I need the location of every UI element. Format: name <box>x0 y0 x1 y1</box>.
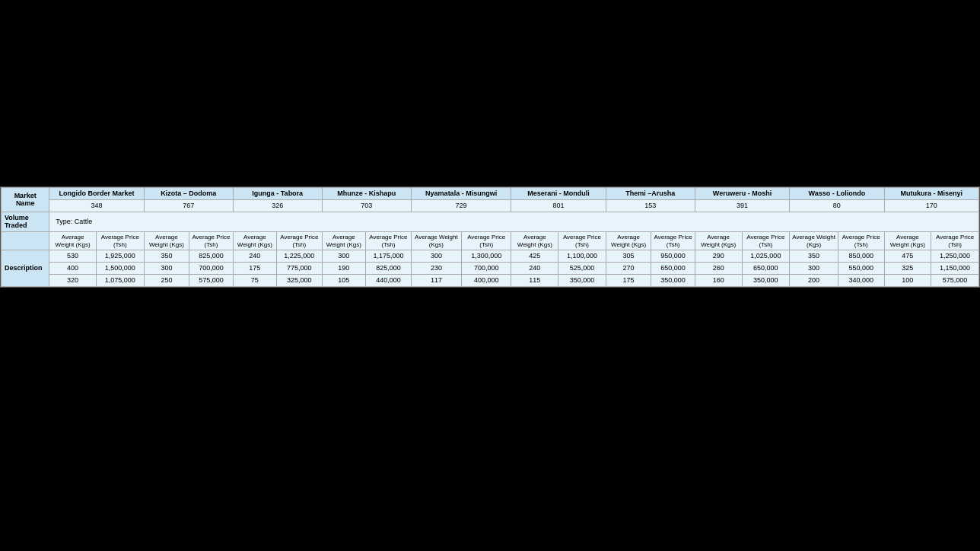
market-name-header: MarketName <box>2 188 49 212</box>
r1-mutukura-price: 1,250,000 <box>931 250 979 263</box>
r1-wasso-weight: 350 <box>790 250 838 263</box>
sub-avg-price-kizota: Average Price (Tsh) <box>189 232 233 250</box>
volume-wasso: 80 <box>790 199 884 212</box>
r2-igunga-price: 775,000 <box>276 263 322 275</box>
sub-avg-weight-kizota: Average Weight (Kgs) <box>144 232 189 250</box>
sub-avg-price-meserani: Average Price (Tsh) <box>558 232 606 250</box>
volume-longido: 348 <box>49 199 144 212</box>
r3-kizota-weight: 250 <box>144 274 189 286</box>
type-cattle-row: Volume Traded Type: Cattle <box>2 212 979 232</box>
r3-meserani-weight: 115 <box>511 274 558 286</box>
sub-avg-price-wasso: Average Price (Tsh) <box>838 232 884 250</box>
sub-avg-weight-igunga: Average Weight (Kgs) <box>233 232 276 250</box>
volume-row: 348 767 326 703 729 801 153 391 80 170 <box>2 199 979 212</box>
r2-nyamatala-price: 700,000 <box>462 263 511 275</box>
r3-themi-weight: 175 <box>606 274 651 286</box>
r3-igunga-weight: 75 <box>233 274 276 286</box>
r1-mhunze-weight: 300 <box>322 250 365 263</box>
sub-avg-price-mutukura: Average Price (Tsh) <box>931 232 979 250</box>
r2-themi-price: 650,000 <box>651 263 695 275</box>
volume-meserani: 801 <box>511 199 606 212</box>
r1-nyamatala-weight: 300 <box>411 250 461 263</box>
market-weruweru: Weruweru - Moshi <box>695 188 789 200</box>
r2-wasso-price: 550,000 <box>838 263 884 275</box>
r3-igunga-price: 325,000 <box>276 274 322 286</box>
r2-kizota-weight: 300 <box>144 263 189 275</box>
volume-weruweru: 391 <box>695 199 789 212</box>
r2-mhunze-price: 825,000 <box>365 263 411 275</box>
type-cattle-value: Type: Cattle <box>49 212 979 232</box>
sub-avg-weight-wasso: Average Weight (Kgs) <box>790 232 838 250</box>
sub-avg-price-longido: Average Price (Tsh) <box>96 232 144 250</box>
sub-avg-price-nyamatala: Average Price (Tsh) <box>462 232 511 250</box>
r2-mhunze-weight: 190 <box>322 263 365 275</box>
r2-themi-weight: 270 <box>606 263 651 275</box>
volume-nyamatala: 729 <box>411 199 511 212</box>
r2-longido-price: 1,500,000 <box>96 263 144 275</box>
r3-weruweru-price: 350,000 <box>742 274 790 286</box>
r3-mhunze-price: 440,000 <box>365 274 411 286</box>
r1-nyamatala-price: 1,300,000 <box>462 250 511 263</box>
r1-weruweru-weight: 290 <box>695 250 742 263</box>
r3-longido-price: 1,075,000 <box>96 274 144 286</box>
r2-meserani-price: 525,000 <box>558 263 606 275</box>
r3-longido-weight: 320 <box>49 274 97 286</box>
r1-mutukura-weight: 475 <box>884 250 931 263</box>
sub-avg-weight-meserani: Average Weight (Kgs) <box>511 232 558 250</box>
main-table-wrapper: MarketName Longido Border Market Kizota … <box>0 186 980 288</box>
sub-avg-weight-mutukura: Average Weight (Kgs) <box>884 232 931 250</box>
sub-avg-price-igunga: Average Price (Tsh) <box>276 232 322 250</box>
data-row-3: 320 1,075,000 250 575,000 75 325,000 105… <box>2 274 979 286</box>
r3-wasso-price: 340,000 <box>838 274 884 286</box>
subheader-row: Average Weight (Kgs) Average Price (Tsh)… <box>2 232 979 250</box>
r2-weruweru-price: 650,000 <box>742 263 790 275</box>
sub-avg-weight-mhunze: Average Weight (Kgs) <box>322 232 365 250</box>
market-header-row: MarketName Longido Border Market Kizota … <box>2 188 979 200</box>
market-wasso: Wasso - Loliondo <box>790 188 884 200</box>
r1-weruweru-price: 1,025,000 <box>742 250 790 263</box>
type-cattle-label: Volume Traded <box>2 212 49 232</box>
market-longido: Longido Border Market <box>49 188 144 200</box>
r2-mutukura-price: 1,150,000 <box>931 263 979 275</box>
r1-mhunze-price: 1,175,000 <box>365 250 411 263</box>
r3-nyamatala-price: 400,000 <box>462 274 511 286</box>
r1-longido-price: 1,925,000 <box>96 250 144 263</box>
volume-mhunze: 703 <box>322 199 411 212</box>
r2-nyamatala-weight: 230 <box>411 263 461 275</box>
r3-themi-price: 350,000 <box>651 274 695 286</box>
r1-themi-weight: 305 <box>606 250 651 263</box>
sub-avg-weight-longido: Average Weight (Kgs) <box>49 232 97 250</box>
r1-igunga-price: 1,225,000 <box>276 250 322 263</box>
livestock-market-table: MarketName Longido Border Market Kizota … <box>1 187 979 287</box>
r1-igunga-weight: 240 <box>233 250 276 263</box>
r2-wasso-weight: 300 <box>790 263 838 275</box>
data-row-2: 400 1,500,000 300 700,000 175 775,000 19… <box>2 263 979 275</box>
market-mutukura: Mutukura - Misenyi <box>884 188 978 200</box>
r1-longido-weight: 530 <box>49 250 97 263</box>
market-mhunze: Mhunze - Kishapu <box>322 188 411 200</box>
market-nyamatala: Nyamatala - Misungwi <box>411 188 511 200</box>
r2-kizota-price: 700,000 <box>189 263 233 275</box>
r3-mhunze-weight: 105 <box>322 274 365 286</box>
r2-weruweru-weight: 260 <box>695 263 742 275</box>
r1-kizota-weight: 350 <box>144 250 189 263</box>
volume-kizota: 767 <box>144 199 233 212</box>
r3-meserani-price: 350,000 <box>558 274 606 286</box>
volume-mutukura: 170 <box>884 199 978 212</box>
r3-wasso-weight: 200 <box>790 274 838 286</box>
r1-kizota-price: 825,000 <box>189 250 233 263</box>
market-themi: Themi –Arusha <box>606 188 695 200</box>
r2-longido-weight: 400 <box>49 263 97 275</box>
sub-avg-weight-weruweru: Average Weight (Kgs) <box>695 232 742 250</box>
r3-weruweru-weight: 160 <box>695 274 742 286</box>
r3-nyamatala-weight: 117 <box>411 274 461 286</box>
market-igunga: Igunga - Tabora <box>233 188 322 200</box>
sub-avg-price-themi: Average Price (Tsh) <box>651 232 695 250</box>
r3-mutukura-price: 575,000 <box>931 274 979 286</box>
sub-avg-weight-themi: Average Weight (Kgs) <box>606 232 651 250</box>
r1-meserani-price: 1,100,000 <box>558 250 606 263</box>
r3-kizota-price: 575,000 <box>189 274 233 286</box>
r2-mutukura-weight: 325 <box>884 263 931 275</box>
r2-meserani-weight: 240 <box>511 263 558 275</box>
sub-avg-price-weruweru: Average Price (Tsh) <box>742 232 790 250</box>
